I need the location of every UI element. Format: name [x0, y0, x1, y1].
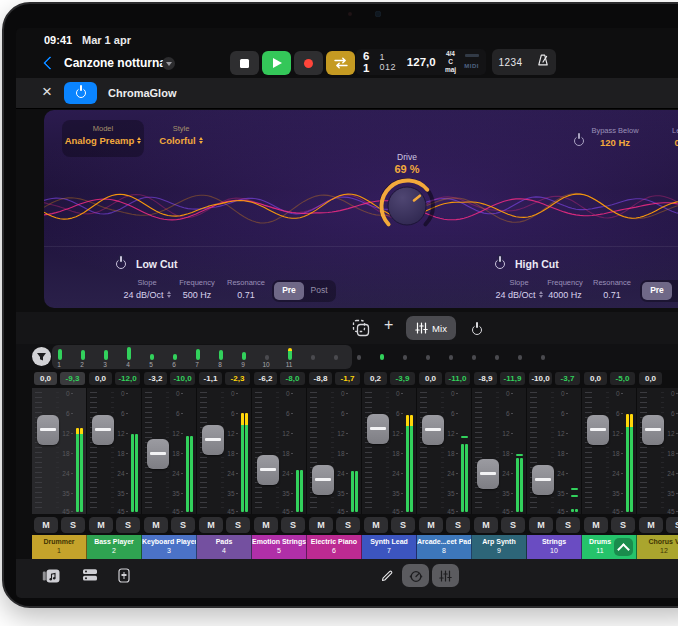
volume-fader-handle[interactable] — [37, 415, 59, 445]
channel-strip-1[interactable]: 061218243545 — [32, 388, 87, 514]
channel-strip-3[interactable]: 061218243545 — [142, 388, 197, 514]
track-label-6[interactable]: Electric Piano6 — [307, 535, 362, 559]
mute-button[interactable]: M — [584, 517, 608, 533]
channel-strip-9[interactable]: 061218243545 — [472, 388, 527, 514]
mute-button[interactable]: M — [419, 517, 443, 533]
mixer-view-button[interactable] — [432, 564, 459, 587]
volume-fader-handle[interactable] — [587, 415, 609, 445]
channel-strip-11[interactable]: 061218243545 — [582, 388, 637, 514]
pre-button[interactable]: Pre — [642, 282, 672, 300]
track-label-4[interactable]: Pads4 — [197, 535, 252, 559]
track-label-10[interactable]: Strings10 — [527, 535, 582, 559]
solo-button[interactable]: S — [116, 517, 140, 533]
post-button[interactable]: Post — [304, 282, 334, 300]
drive-knob[interactable] — [375, 173, 439, 239]
track-label-8[interactable]: Arcade...eet Pad8 — [417, 535, 472, 559]
count-in-button[interactable]: 1234 — [498, 57, 522, 68]
song-title[interactable]: Canzone notturna — [64, 56, 166, 70]
solo-button[interactable]: S — [446, 517, 470, 533]
level-control[interactable]: Level 0.0 — [656, 126, 678, 148]
volume-fader-handle[interactable] — [477, 459, 499, 489]
volume-fader-handle[interactable] — [202, 425, 224, 455]
channel-strip-5[interactable]: 061218243545 — [252, 388, 307, 514]
volume-fader-handle[interactable] — [422, 415, 444, 445]
channel-strip-12[interactable]: 061218243545 — [637, 388, 678, 514]
mute-button[interactable]: M — [529, 517, 553, 533]
volume-fader-handle[interactable] — [367, 414, 389, 444]
low-cut-power-button[interactable] — [116, 255, 126, 273]
solo-button[interactable]: S — [61, 517, 85, 533]
mute-button[interactable]: M — [144, 517, 168, 533]
track-label-12[interactable]: Chorus V12 — [637, 535, 678, 559]
record-button[interactable] — [294, 51, 323, 75]
browser-button[interactable] — [82, 568, 98, 586]
solo-button[interactable]: S — [556, 517, 580, 533]
bypass-power-button[interactable] — [574, 132, 584, 150]
track-label-7[interactable]: Synth Lead7 — [362, 535, 417, 559]
high-cut-power-button[interactable] — [495, 255, 505, 273]
play-button[interactable] — [262, 51, 291, 75]
filter-icon[interactable] — [32, 347, 51, 370]
mute-button[interactable]: M — [254, 517, 278, 533]
solo-button[interactable]: S — [226, 517, 250, 533]
volume-fader-handle[interactable] — [92, 415, 114, 445]
channel-strip-6[interactable]: 061218243545 — [307, 388, 362, 514]
volume-fader-handle[interactable] — [312, 465, 334, 495]
post-button[interactable]: Post — [672, 282, 678, 300]
mute-button[interactable]: M — [34, 517, 58, 533]
low-cut-resonance[interactable]: Resonance 0.71 — [218, 278, 274, 300]
mute-button[interactable]: M — [474, 517, 498, 533]
high-cut-resonance[interactable]: Resonance 0.71 — [584, 278, 640, 300]
solo-button[interactable]: S — [281, 517, 305, 533]
cycle-button[interactable] — [326, 51, 355, 75]
pre-button[interactable]: Pre — [274, 282, 304, 300]
track-label-5[interactable]: Emotion Strings5 — [252, 535, 307, 559]
mute-button[interactable]: M — [639, 517, 663, 533]
track-label-2[interactable]: Bass Player2 — [87, 535, 142, 559]
solo-button[interactable]: S — [611, 517, 635, 533]
volume-fader-handle[interactable] — [257, 455, 279, 485]
model-select[interactable]: Model Analog Preamp — [62, 120, 144, 157]
bypass-below-control[interactable]: Bypass Below 120 Hz — [586, 126, 644, 148]
mixer-power-button[interactable] — [472, 321, 482, 339]
solo-button[interactable]: S — [171, 517, 195, 533]
track-label-1[interactable]: Drummer1 — [32, 535, 87, 559]
loops-browser-button[interactable] — [42, 568, 60, 588]
channel-strip-2[interactable]: 061218243545 — [87, 388, 142, 514]
channel-overview[interactable]: 1234567891011 — [16, 344, 678, 370]
track-label-11[interactable]: Drums11 — [582, 535, 637, 559]
volume-fader-handle[interactable] — [147, 439, 169, 469]
solo-button[interactable]: S — [336, 517, 360, 533]
collapse-chevron-button[interactable] — [614, 538, 633, 556]
solo-button[interactable]: S — [391, 517, 415, 533]
stop-button[interactable] — [230, 51, 259, 75]
metronome-button[interactable] — [536, 53, 550, 71]
plugin-power-button[interactable] — [64, 82, 97, 104]
channel-strip-7[interactable]: 061218243545 — [362, 388, 417, 514]
back-button[interactable] — [42, 56, 56, 70]
smart-controls-button[interactable] — [402, 564, 429, 587]
duplicate-button[interactable] — [352, 319, 370, 341]
channel-strip-8[interactable]: 061218243545 — [417, 388, 472, 514]
volume-fader-handle[interactable] — [642, 415, 664, 445]
solo-button[interactable]: S — [666, 517, 678, 533]
channel-strip-4[interactable]: 061218243545 — [197, 388, 252, 514]
mix-view-button[interactable]: Mix — [406, 316, 456, 340]
song-menu-button[interactable] — [162, 57, 175, 70]
low-cut-frequency[interactable]: Frequency 500 Hz — [169, 278, 225, 300]
add-button[interactable]: + — [384, 316, 393, 334]
mute-button[interactable]: M — [89, 517, 113, 533]
style-select[interactable]: Style Colorful — [150, 124, 212, 146]
low-cut-slope[interactable]: Slope 24 dB/Oct — [119, 278, 175, 300]
mute-button[interactable]: M — [309, 517, 333, 533]
track-label-9[interactable]: Arp Synth9 — [472, 535, 527, 559]
edit-button[interactable] — [380, 569, 394, 587]
fader-panel-button[interactable] — [118, 568, 130, 587]
volume-fader-handle[interactable] — [532, 465, 554, 495]
mute-button[interactable]: M — [199, 517, 223, 533]
mute-button[interactable]: M — [364, 517, 388, 533]
lcd-display[interactable]: 6 1 1 012 127,0 4/4C maj MIDI — [356, 49, 486, 75]
solo-button[interactable]: S — [501, 517, 525, 533]
close-icon[interactable]: × — [42, 82, 52, 102]
channel-strip-10[interactable]: 061218243545 — [527, 388, 582, 514]
